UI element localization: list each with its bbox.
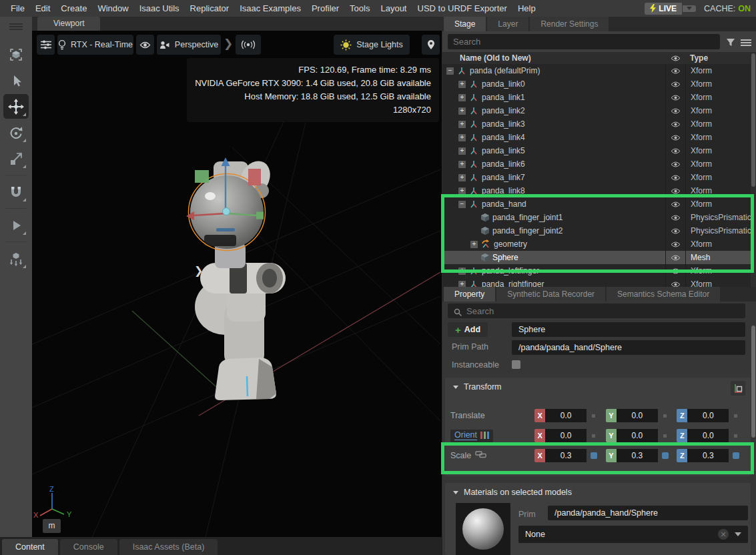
expand-icon[interactable]: + [458, 187, 466, 195]
tree-row-panda-link4[interactable]: +panda_link4Xform [442, 131, 751, 144]
visibility-toggle[interactable] [665, 117, 685, 131]
prim-path-field[interactable] [512, 340, 745, 355]
stage-scrollbar[interactable] [751, 52, 756, 287]
expand-icon[interactable]: + [458, 134, 466, 141]
menu-item-profiler[interactable]: Profiler [306, 0, 344, 17]
expand-icon[interactable]: + [458, 161, 466, 168]
cursor-tool-button[interactable] [3, 68, 29, 93]
stage-lights-button[interactable]: Stage Lights [334, 35, 410, 55]
tree-row-panda-link1[interactable]: +panda_link1Xform [442, 91, 751, 104]
scale-z-field[interactable]: 0.3 [687, 449, 729, 462]
property-search-input[interactable] [448, 304, 745, 318]
scale-tool-button[interactable] [3, 146, 29, 171]
expand-icon[interactable]: + [458, 81, 466, 88]
clear-icon[interactable]: ✕ [718, 529, 729, 540]
visibility-menu-button[interactable] [136, 35, 154, 55]
units-button[interactable]: m [43, 519, 61, 533]
visibility-toggle[interactable] [665, 91, 685, 104]
visibility-toggle[interactable] [665, 144, 685, 157]
visibility-toggle[interactable] [665, 184, 685, 197]
add-button[interactable]: + Add [448, 322, 488, 337]
orient-y-field[interactable]: 0.0 [617, 429, 658, 442]
transform-axes-icon[interactable] [731, 381, 745, 396]
material-prim-field[interactable] [548, 506, 748, 520]
materials-section-header[interactable]: Materials on selected models [453, 488, 572, 497]
select-mode-button[interactable] [3, 42, 29, 67]
transform-section-header[interactable]: Transform [453, 382, 502, 392]
tree-row-panda-rightfinger[interactable]: +panda_rightfingerXform [442, 278, 751, 287]
menu-item-isaac-examples[interactable]: Isaac Examples [234, 0, 306, 17]
expand-icon[interactable]: + [458, 174, 466, 181]
toolbar-expand-chevron[interactable]: ❯ [194, 264, 203, 277]
scrollbar-thumb[interactable] [751, 53, 755, 187]
visibility-eye-icon[interactable] [671, 268, 681, 274]
visibility-eye-icon[interactable] [671, 68, 681, 74]
column-type-header[interactable]: Type [685, 53, 751, 63]
menu-item-layout[interactable]: Layout [375, 0, 412, 17]
tree-row-geometry[interactable]: +geometryXform [442, 237, 751, 251]
visibility-eye-icon[interactable] [671, 241, 681, 247]
tab-property[interactable]: Property [444, 287, 495, 302]
visibility-toggle[interactable] [665, 224, 685, 237]
orient-x-field[interactable]: 0.0 [545, 429, 587, 442]
collapse-icon[interactable]: − [458, 201, 466, 208]
toolbar-drag-handle-icon[interactable] [9, 21, 23, 33]
tab-content[interactable]: Content [2, 539, 58, 555]
orient-z-field[interactable]: 0.0 [687, 429, 729, 442]
tab-render-settings[interactable]: Render Settings [530, 17, 609, 31]
visibility-eye-icon[interactable] [671, 135, 681, 141]
collapse-icon[interactable]: − [446, 67, 454, 75]
link-scale-icon[interactable] [475, 451, 486, 460]
visibility-toggle[interactable] [665, 77, 685, 91]
visibility-toggle[interactable] [665, 211, 685, 224]
move-tool-button[interactable] [3, 94, 29, 119]
tree-row-panda-link6[interactable]: +panda_link6Xform [442, 157, 751, 171]
expand-icon[interactable]: + [458, 107, 466, 115]
instanceable-checkbox[interactable] [512, 360, 520, 369]
material-binding-dropdown[interactable]: None ✕ [518, 526, 748, 543]
property-scrollbar-thumb[interactable] [751, 326, 755, 438]
tab-synthetic-data-recorder[interactable]: Synthetic Data Recorder [496, 287, 605, 302]
tree-row-panda-finger-joint1[interactable]: panda_finger_joint1PhysicsPrismatic [442, 211, 751, 224]
expand-icon[interactable]: + [458, 267, 466, 275]
menu-item-isaac-utils[interactable]: Isaac Utils [134, 0, 185, 17]
filter-icon[interactable] [726, 37, 735, 49]
per-axis-toggle[interactable] [733, 452, 739, 459]
per-axis-toggle[interactable] [662, 452, 669, 459]
waypoint-pin-button[interactable] [422, 35, 440, 55]
gizmo-center-handle[interactable] [223, 208, 230, 215]
visibility-eye-icon[interactable] [671, 121, 681, 127]
tree-row-sphere[interactable]: SphereMesh [442, 251, 751, 264]
physics-tool-button[interactable] [3, 246, 29, 271]
translate-y-field[interactable]: 0.0 [617, 409, 658, 422]
expand-icon[interactable]: + [458, 94, 466, 101]
visibility-toggle[interactable] [665, 264, 685, 278]
visibility-toggle[interactable] [665, 64, 685, 77]
menu-item-create[interactable]: Create [55, 0, 92, 17]
viewport-settings-button[interactable] [37, 35, 55, 55]
tab-layer[interactable]: Layer [487, 17, 528, 31]
rotate-tool-button[interactable] [3, 120, 29, 145]
tree-row-panda-leftfinger[interactable]: +panda_leftfingerXform [442, 264, 751, 278]
gizmo-plane-handle-green[interactable] [195, 170, 209, 183]
live-button[interactable]: LIVE [645, 3, 682, 15]
expand-icon[interactable]: + [458, 281, 466, 288]
prim-name-field[interactable] [512, 322, 745, 337]
tab-stage[interactable]: Stage [444, 17, 486, 31]
tab-isaac-assets-beta[interactable]: Isaac Assets (Beta) [119, 539, 218, 555]
play-button[interactable] [3, 213, 29, 237]
tree-row-panda-link0[interactable]: +panda_link0Xform [442, 77, 751, 91]
visibility-toggle[interactable] [665, 251, 685, 264]
visibility-eye-icon[interactable] [671, 188, 681, 194]
camera-select-button[interactable]: Perspective [157, 35, 221, 55]
stage-tree-header[interactable]: Name (Old to New) Type [442, 52, 756, 64]
tree-row-panda-link5[interactable]: +panda_link5Xform [442, 144, 751, 157]
visibility-eye-icon[interactable] [671, 81, 681, 87]
live-dropdown-button[interactable] [683, 5, 696, 12]
waypoint-button[interactable] [236, 35, 261, 55]
scale-y-field[interactable]: 0.3 [617, 449, 658, 462]
visibility-eye-icon[interactable] [671, 95, 681, 101]
menu-item-usd-to-urdf-exporter[interactable]: USD to URDF Exporter [412, 0, 512, 17]
visibility-toggle[interactable] [665, 171, 685, 184]
expand-icon[interactable]: + [470, 241, 478, 248]
